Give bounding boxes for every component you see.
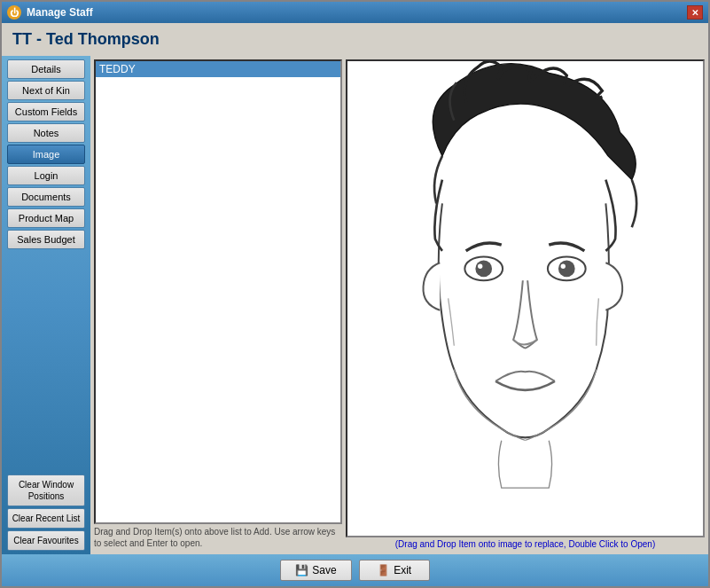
main-area: Details Next of Kin Custom Fields Notes … xyxy=(2,56,708,554)
image-area: TEDDY Drag and Drop Item(s) onto above l… xyxy=(94,59,705,549)
svg-point-3 xyxy=(558,261,575,278)
left-panel: TEDDY Drag and Drop Item(s) onto above l… xyxy=(94,59,342,549)
sidebar-item-documents[interactable]: Documents xyxy=(7,187,85,207)
sidebar-item-sales-budget[interactable]: Sales Budget xyxy=(7,230,85,249)
clear-favourites-button[interactable]: Clear Favourites xyxy=(7,530,85,551)
right-panel: (Drag and Drop Item onto image to replac… xyxy=(346,59,705,549)
list-hint: Drag and Drop Item(s) onto above list to… xyxy=(94,526,342,549)
clear-recent-list-button[interactable]: Clear Recent List xyxy=(7,508,85,529)
app-icon: ⏻ xyxy=(7,5,21,20)
window-title: Manage Staff xyxy=(27,6,93,19)
content-area: TEDDY Drag and Drop Item(s) onto above l… xyxy=(90,56,708,554)
image-list[interactable]: TEDDY xyxy=(94,59,342,524)
list-item[interactable]: TEDDY xyxy=(96,61,340,77)
title-bar-left: ⏻ Manage Staff xyxy=(7,5,93,20)
image-drag-hint: (Drag and Drop Item onto image to replac… xyxy=(346,539,705,549)
bottom-bar: 💾 Save 🚪 Exit xyxy=(2,554,708,586)
sidebar-item-image[interactable]: Image xyxy=(7,145,85,164)
svg-point-5 xyxy=(561,264,566,269)
sidebar-item-custom-fields[interactable]: Custom Fields xyxy=(7,102,85,122)
exit-label: Exit xyxy=(394,564,411,576)
main-window: ⏻ Manage Staff ✕ TT - Ted Thompson Detai… xyxy=(0,0,710,588)
clear-window-positions-button[interactable]: Clear Window Positions xyxy=(7,474,85,506)
svg-point-4 xyxy=(478,264,482,269)
image-display[interactable] xyxy=(346,59,705,537)
sidebar-item-notes[interactable]: Notes xyxy=(7,123,85,143)
exit-button[interactable]: 🚪 Exit xyxy=(359,560,430,581)
sidebar: Details Next of Kin Custom Fields Notes … xyxy=(2,56,90,554)
sidebar-item-login[interactable]: Login xyxy=(7,166,85,185)
svg-point-2 xyxy=(475,261,492,278)
sidebar-item-details[interactable]: Details xyxy=(7,59,85,79)
window-content: TT - Ted Thompson Details Next of Kin Cu… xyxy=(2,23,708,554)
save-button[interactable]: 💾 Save xyxy=(280,560,351,581)
sidebar-item-product-map[interactable]: Product Map xyxy=(7,208,85,228)
page-title: TT - Ted Thompson xyxy=(2,23,708,56)
save-icon: 💾 xyxy=(295,564,308,576)
save-label: Save xyxy=(312,564,336,576)
face-image xyxy=(347,61,703,536)
title-bar: ⏻ Manage Staff ✕ xyxy=(2,2,708,23)
sidebar-item-next-of-kin[interactable]: Next of Kin xyxy=(7,81,85,100)
close-button[interactable]: ✕ xyxy=(687,5,703,20)
exit-icon: 🚪 xyxy=(377,564,390,576)
